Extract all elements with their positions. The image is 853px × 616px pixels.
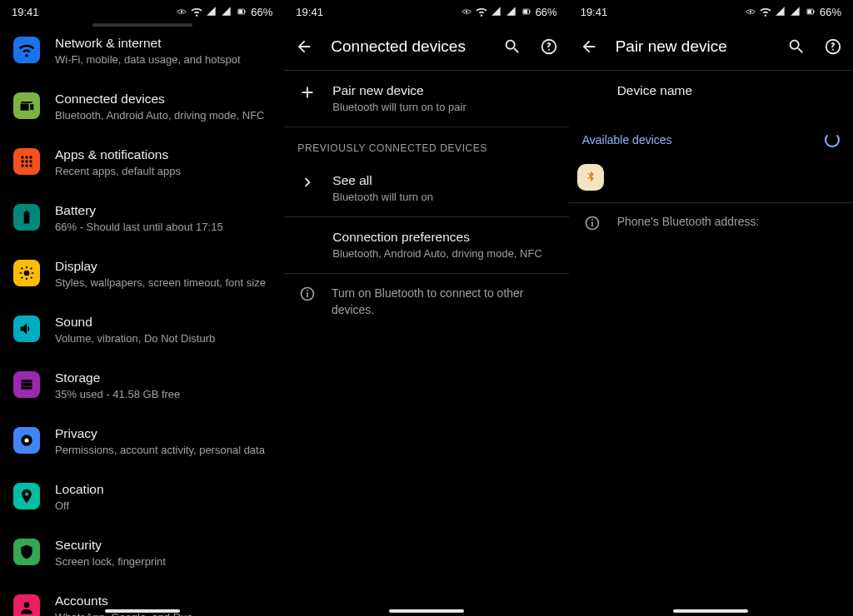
battery-icon (521, 6, 532, 17)
row-subtitle: Screen lock, fingerprint (55, 555, 271, 569)
info-text: Turn on Bluetooth to connect to other de… (332, 286, 556, 318)
settings-list[interactable]: Network & internet Wi-Fi, mobile, data u… (0, 23, 284, 616)
row-title: Privacy (55, 425, 271, 442)
settings-row-privacy[interactable]: Privacy Permissions, account activity, p… (0, 414, 284, 469)
storage-icon (13, 371, 40, 398)
location-icon (13, 483, 40, 509)
row-connection-preferences[interactable]: Connection preferences Bluetooth, Androi… (284, 217, 568, 273)
app-bar: Pair new device (569, 23, 853, 70)
panel-connected-devices: 19:41 66% Connected devices Pair new dev… (284, 0, 568, 616)
row-title: Pair new device (332, 82, 555, 99)
page-title: Connected devices (331, 37, 485, 56)
apps-icon (13, 148, 40, 175)
security-icon (13, 539, 40, 565)
section-available-devices: Available devices (569, 121, 853, 159)
row-title: Apps & notifications (55, 147, 271, 163)
row-device-name[interactable]: Device name (569, 71, 853, 121)
devices-icon (13, 92, 40, 119)
wifi-status-icon (760, 6, 771, 17)
vpn-icon (745, 6, 756, 17)
battery-icon (805, 6, 816, 17)
wifi-status-icon (476, 6, 487, 17)
info-text: Phone's Bluetooth address: (617, 215, 760, 231)
row-title: Security (55, 537, 271, 554)
battery-percent: 66% (251, 6, 272, 18)
battery-icon (13, 204, 40, 231)
row-title: Sound (55, 314, 271, 330)
status-bar: 19:41 66% (569, 0, 853, 23)
row-title: Battery (55, 202, 271, 219)
row-title: Display (55, 258, 271, 275)
page-title: Pair new device (616, 37, 770, 56)
row-subtitle: 66% - Should last until about 17:15 (55, 221, 271, 235)
search-button[interactable] (786, 37, 806, 57)
settings-row-wifi[interactable]: Network & internet Wi-Fi, mobile, data u… (0, 23, 284, 79)
scanning-spinner-icon (825, 132, 840, 147)
row-title: Connected devices (55, 91, 271, 107)
app-bar: Connected devices (284, 23, 568, 70)
row-subtitle: Bluetooth, Android Auto, driving mode, N… (332, 247, 555, 261)
row-subtitle: Permissions, account activity, personal … (55, 444, 271, 458)
row-see-all[interactable]: See all Bluetooth will turn on (284, 161, 568, 216)
settings-row-sound[interactable]: Sound Volume, vibration, Do Not Disturb (0, 302, 284, 358)
row-subtitle: Styles, wallpapers, screen timeout, font… (55, 276, 271, 291)
section-previous-devices: Previously connected devices (284, 127, 568, 161)
row-subtitle: Wi-Fi, mobile, data usage, and hotspot (55, 53, 271, 67)
settings-row-battery[interactable]: Battery 66% - Should last until about 17… (0, 191, 284, 246)
row-title: Accounts (55, 593, 271, 609)
row-subtitle: Volume, vibration, Do Not Disturb (55, 332, 271, 346)
brightness-icon (13, 260, 40, 286)
available-devices-label: Available devices (582, 133, 672, 147)
accounts-icon (13, 594, 40, 616)
row-title: Location (55, 481, 271, 498)
signal-icon-2 (790, 6, 801, 17)
help-button[interactable] (539, 37, 559, 57)
row-title: See all (332, 172, 555, 189)
status-time: 19:41 (12, 6, 39, 18)
row-title: Network & internet (55, 35, 271, 52)
row-title: Connection preferences (332, 229, 555, 246)
info-bluetooth-off: Turn on Bluetooth to connect to other de… (284, 274, 568, 330)
row-subtitle: Bluetooth, Android Auto, driving mode, N… (55, 109, 271, 123)
vpn-icon (176, 6, 187, 17)
battery-percent: 66% (820, 6, 841, 18)
signal-icon (491, 6, 502, 17)
row-title: Device name (617, 82, 840, 99)
chevron-right-icon (297, 172, 317, 192)
settings-row-storage[interactable]: Storage 35% used - 41.58 GB free (0, 358, 284, 414)
settings-row-security[interactable]: Security Screen lock, fingerprint (0, 525, 284, 581)
info-bluetooth-address: Phone's Bluetooth address: (569, 203, 853, 243)
status-time: 19:41 (581, 6, 608, 18)
row-subtitle: Bluetooth will turn on (332, 191, 555, 205)
plus-icon (297, 82, 317, 102)
nav-handle[interactable] (673, 609, 748, 613)
help-button[interactable] (823, 37, 843, 57)
settings-row-location[interactable]: Location Off (0, 469, 284, 525)
settings-row-devices[interactable]: Connected devices Bluetooth, Android Aut… (0, 79, 284, 135)
info-icon (582, 215, 602, 231)
wifi-icon (13, 37, 40, 63)
nav-handle[interactable] (105, 609, 180, 613)
back-button[interactable] (579, 37, 599, 57)
row-subtitle: Off (55, 499, 271, 514)
settings-row-apps[interactable]: Apps & notifications Recent apps, defaul… (0, 135, 284, 191)
row-pair-new-device[interactable]: Pair new device Bluetooth will turn on t… (284, 71, 568, 127)
vpn-icon (461, 6, 472, 17)
bluetooth-beacon-icon (577, 164, 604, 191)
search-button[interactable] (502, 37, 522, 57)
nav-handle[interactable] (389, 609, 464, 613)
battery-icon (236, 6, 247, 17)
privacy-icon (13, 427, 40, 454)
row-subtitle: Bluetooth will turn on to pair (332, 101, 555, 115)
signal-icon-2 (221, 6, 232, 17)
back-button[interactable] (294, 37, 314, 57)
settings-row-brightness[interactable]: Display Styles, wallpapers, screen timeo… (0, 246, 284, 302)
wifi-status-icon (191, 6, 202, 17)
scroll-indicator (92, 23, 192, 27)
panel-settings-main: 19:41 66% Network & internet Wi-Fi, mobi… (0, 0, 284, 616)
battery-percent: 66% (536, 6, 557, 18)
status-time: 19:41 (296, 6, 323, 18)
status-bar: 19:41 66% (284, 0, 568, 23)
sound-icon (13, 315, 40, 342)
row-subtitle: Recent apps, default apps (55, 165, 271, 179)
